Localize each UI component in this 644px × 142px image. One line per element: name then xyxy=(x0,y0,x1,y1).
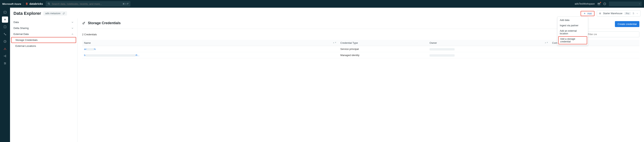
credentials-count: 2 Credentials xyxy=(82,33,97,36)
svg-point-24 xyxy=(4,62,5,63)
svg-point-31 xyxy=(83,23,84,24)
chevron-down-icon xyxy=(71,27,74,30)
credential-owner-cell xyxy=(428,46,550,52)
tree-data[interactable]: Data xyxy=(10,19,77,25)
global-search-input[interactable] xyxy=(52,2,121,5)
help-icon[interactable]: ? xyxy=(603,2,606,5)
page-header: Data Explorer adls metastore Add Starter… xyxy=(10,8,644,18)
credentials-table: Name▲▼ Credential Type Owner▲▼ Comment a… xyxy=(82,40,640,58)
warehouse-selector[interactable]: Starter Warehouse Pro S xyxy=(597,10,640,16)
tree-external-locations[interactable]: External Locations xyxy=(10,43,77,49)
warehouse-name: Starter Warehouse xyxy=(603,12,622,15)
rail-ml-icon[interactable] xyxy=(2,46,8,52)
filter-credentials[interactable] xyxy=(582,31,640,37)
record-dot-icon xyxy=(599,12,601,15)
svg-point-12 xyxy=(4,33,4,34)
brand-azure: Microsoft Azure xyxy=(2,2,21,5)
metastore-pill[interactable]: adls metastore xyxy=(43,11,67,15)
rail-data-icon[interactable] xyxy=(2,9,8,15)
tree-storage-credentials-label: Storage Credentials xyxy=(16,39,38,41)
svg-point-25 xyxy=(5,63,6,64)
tree-data-label: Data xyxy=(14,21,19,24)
tree-panel: Data Delta Sharing External Data Storage… xyxy=(10,18,78,142)
user-menu[interactable] xyxy=(609,1,642,6)
search-icon xyxy=(48,2,50,5)
svg-point-20 xyxy=(6,56,6,57)
link-icon xyxy=(62,12,65,15)
whats-new-icon[interactable] xyxy=(597,2,600,5)
content-separator xyxy=(82,29,640,29)
svg-point-26 xyxy=(4,64,5,64)
credential-comment-cell xyxy=(550,52,640,58)
credential-name-link[interactable]: bifi... xyxy=(84,54,139,57)
rail-notebook-icon[interactable] xyxy=(2,24,8,30)
nav-rail xyxy=(0,8,10,142)
svg-line-1 xyxy=(49,4,50,5)
svg-text:?: ? xyxy=(604,3,605,5)
global-search[interactable]: ⌘ + P xyxy=(46,1,130,6)
top-bar: Microsoft Azure databricks ⌘ + P adlsTes… xyxy=(0,0,644,8)
search-shortcut: ⌘ + P xyxy=(122,3,128,5)
brand-databricks-label: databricks xyxy=(30,2,43,5)
content-heading: Storage Credentials xyxy=(88,21,121,25)
metastore-name: adls metastore xyxy=(45,12,60,15)
credential-type-cell: Managed identity xyxy=(338,52,428,58)
add-menu-ingest-partner[interactable]: Ingest via partner xyxy=(558,23,588,28)
tree-storage-credentials[interactable]: Storage Credentials xyxy=(11,37,76,43)
filter-credentials-input[interactable] xyxy=(588,33,637,36)
add-menu-add-data[interactable]: Add data xyxy=(558,17,588,23)
chevron-down-icon xyxy=(71,21,74,24)
table-row[interactable]: acls Service principal xyxy=(82,46,640,52)
tree-external-data-label: External Data xyxy=(14,33,29,35)
chevron-down-icon xyxy=(636,12,638,15)
add-menu-storage-credential[interactable]: Add a storage credential xyxy=(558,36,587,44)
svg-rect-7 xyxy=(4,11,6,13)
page-title: Data Explorer xyxy=(14,11,41,16)
svg-point-18 xyxy=(4,56,4,56)
svg-point-0 xyxy=(48,3,49,4)
brand-divider xyxy=(23,2,23,6)
credential-comment-cell xyxy=(550,46,640,52)
svg-point-13 xyxy=(6,35,6,35)
add-button[interactable]: Add xyxy=(580,11,594,16)
add-button-label: Add xyxy=(587,12,592,15)
databricks-logo-icon xyxy=(25,2,28,5)
warehouse-size: S xyxy=(633,12,634,15)
table-header-row: Name▲▼ Credential Type Owner▲▼ Comment xyxy=(82,40,640,46)
credential-owner-cell xyxy=(428,52,550,58)
rail-history-icon[interactable] xyxy=(2,38,8,45)
rail-settings-icon[interactable] xyxy=(2,60,8,67)
question-circle-icon: ? xyxy=(603,2,606,5)
tree-external-locations-label: External Locations xyxy=(16,45,36,47)
col-credential-type[interactable]: Credential Type xyxy=(338,40,428,46)
col-name[interactable]: Name▲▼ xyxy=(82,40,338,46)
warehouse-tier: Pro xyxy=(624,12,631,15)
svg-point-8 xyxy=(4,12,5,12)
plus-icon xyxy=(583,12,586,15)
tree-delta-sharing-label: Delta Sharing xyxy=(14,27,29,30)
add-menu-external-location[interactable]: Add an external location xyxy=(558,28,588,36)
svg-rect-11 xyxy=(4,26,6,28)
rail-create-icon[interactable] xyxy=(2,16,8,23)
create-credential-button[interactable]: Create credential xyxy=(615,21,640,27)
key-icon xyxy=(82,21,86,25)
gift-icon xyxy=(597,2,600,5)
rail-compute-icon[interactable] xyxy=(2,53,8,59)
chevron-up-icon xyxy=(71,33,74,35)
credential-name-link[interactable]: acls xyxy=(84,48,96,51)
svg-point-30 xyxy=(600,13,600,14)
svg-point-19 xyxy=(6,55,6,56)
tree-external-data[interactable]: External Data xyxy=(10,31,77,37)
col-owner[interactable]: Owner▲▼ xyxy=(428,40,550,46)
chevron-down-icon xyxy=(638,3,640,5)
table-row[interactable]: bifi... Managed identity xyxy=(82,52,640,58)
brand-databricks[interactable]: databricks xyxy=(25,2,43,5)
rail-workflow-icon[interactable] xyxy=(2,31,8,37)
workspace-name[interactable]: adlsTestWorkspace xyxy=(575,2,595,5)
add-menu: Add data Ingest via partner Add an exter… xyxy=(557,16,588,45)
credential-type-cell: Service principal xyxy=(338,46,428,52)
tree-delta-sharing[interactable]: Delta Sharing xyxy=(10,25,77,31)
